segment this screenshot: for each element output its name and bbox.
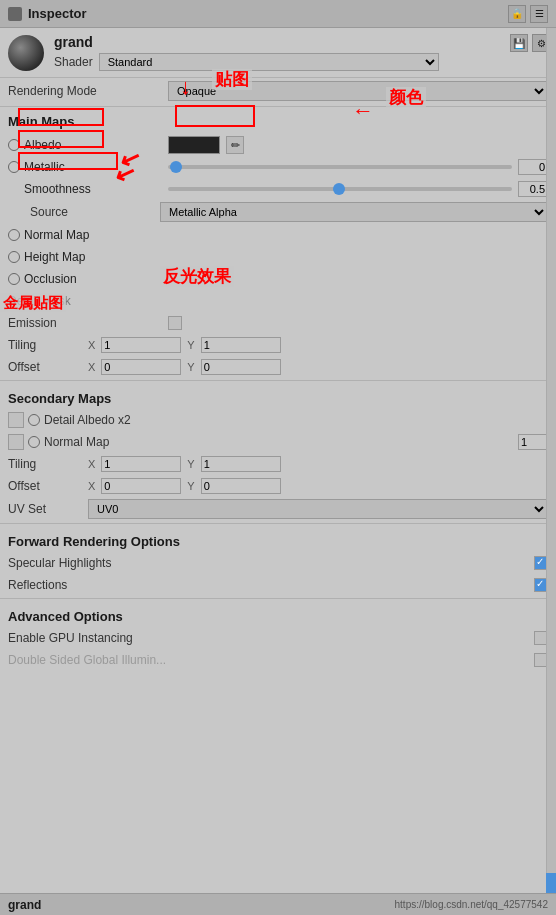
metallic-slider-area: 0 bbox=[168, 159, 548, 175]
emission-label: Emission bbox=[8, 316, 168, 330]
main-tiling-y-label: Y bbox=[187, 339, 194, 351]
secondary-tiling-row: Tiling X 1 Y 1 bbox=[0, 453, 556, 475]
albedo-color-swatch[interactable] bbox=[168, 136, 220, 154]
header-icons: 💾 ⚙ bbox=[510, 34, 550, 52]
lock-icon[interactable]: 🔒 bbox=[508, 5, 526, 23]
metallic-label-area: Metallic bbox=[8, 160, 168, 174]
object-info: grand Shader Standard bbox=[54, 34, 439, 71]
uvset-label: UV Set bbox=[8, 502, 88, 516]
gpu-instancing-label: Enable GPU Instancing bbox=[8, 631, 534, 645]
albedo-label-area: Albedo bbox=[8, 138, 168, 152]
metallic-value-input[interactable]: 0 bbox=[518, 159, 548, 175]
secondary-tiling-x-input[interactable]: 1 bbox=[101, 456, 181, 472]
main-offset-xy: X 0 Y 0 bbox=[88, 359, 548, 375]
scrollbar-thumb[interactable] bbox=[546, 873, 556, 893]
secondary-normal-checkbox[interactable] bbox=[8, 434, 24, 450]
bottom-name: grand bbox=[8, 898, 41, 912]
main-offset-y-input[interactable]: 0 bbox=[201, 359, 281, 375]
specular-highlights-row: Specular Highlights bbox=[0, 552, 556, 574]
detail-mask-label: Detail Mask bbox=[8, 294, 168, 308]
main-tiling-x-label: X bbox=[88, 339, 95, 351]
source-label: Source bbox=[30, 205, 160, 219]
main-offset-row: Offset X 0 Y 0 bbox=[0, 356, 556, 378]
bottom-bar: grand https://blog.csdn.net/qq_42577542 bbox=[0, 893, 556, 915]
secondary-normal-value-input[interactable]: 1 bbox=[518, 434, 548, 450]
smoothness-label-area: Smoothness bbox=[8, 182, 168, 196]
rendering-mode-value: Opaque bbox=[168, 81, 548, 101]
albedo-pencil-btn[interactable]: ✏ bbox=[226, 136, 244, 154]
menu-icon[interactable]: ☰ bbox=[530, 5, 548, 23]
inspector-icon bbox=[8, 7, 22, 21]
bottom-url: https://blog.csdn.net/qq_42577542 bbox=[395, 899, 548, 910]
occlusion-circle-icon bbox=[8, 273, 20, 285]
albedo-row: Albedo ✏ bbox=[0, 134, 556, 156]
secondary-tiling-y-input[interactable]: 1 bbox=[201, 456, 281, 472]
detail-albedo-circle-icon bbox=[28, 414, 40, 426]
occlusion-row: Occlusion bbox=[0, 268, 556, 290]
reflections-label: Reflections bbox=[8, 578, 534, 592]
albedo-label: Albedo bbox=[24, 138, 61, 152]
metallic-row: Metallic 0 bbox=[0, 156, 556, 178]
main-offset-x-input[interactable]: 0 bbox=[101, 359, 181, 375]
albedo-value-area: ✏ bbox=[168, 136, 548, 154]
secondary-maps-header: Secondary Maps bbox=[0, 383, 556, 409]
main-offset-y-label: Y bbox=[187, 361, 194, 373]
shader-row: Shader Standard bbox=[54, 53, 439, 71]
secondary-offset-xy: X 0 Y 0 bbox=[88, 478, 548, 494]
emission-row: Emission bbox=[0, 312, 556, 334]
secondary-offset-y-input[interactable]: 0 bbox=[201, 478, 281, 494]
shader-label: Shader bbox=[54, 55, 93, 69]
normal-map-circle-icon bbox=[8, 229, 20, 241]
detail-albedo-checkbox[interactable] bbox=[8, 412, 24, 428]
normal-map-label-area: Normal Map bbox=[8, 228, 168, 242]
normal-map-label: Normal Map bbox=[24, 228, 89, 242]
main-tiling-x-input[interactable]: 1 bbox=[101, 337, 181, 353]
main-tiling-row: Tiling X 1 Y 1 bbox=[0, 334, 556, 356]
secondary-offset-row: Offset X 0 Y 0 bbox=[0, 475, 556, 497]
scrollbar[interactable] bbox=[546, 28, 556, 893]
smoothness-value-input[interactable]: 0.5 bbox=[518, 181, 548, 197]
save-icon[interactable]: 💾 bbox=[510, 34, 528, 52]
object-name: grand bbox=[54, 34, 439, 50]
object-preview bbox=[8, 35, 44, 71]
smoothness-slider-thumb[interactable] bbox=[333, 183, 345, 195]
main-offset-x-label: X bbox=[88, 361, 95, 373]
smoothness-slider-track bbox=[168, 187, 512, 191]
albedo-circle-icon bbox=[8, 139, 20, 151]
divider-1 bbox=[0, 106, 556, 107]
detail-albedo-row: Detail Albedo x2 bbox=[0, 409, 556, 431]
metallic-label: Metallic bbox=[24, 160, 65, 174]
height-map-row: Height Map bbox=[0, 246, 556, 268]
occlusion-label-area: Occlusion bbox=[8, 272, 168, 286]
metallic-circle-icon bbox=[8, 161, 20, 173]
rendering-mode-label: Rendering Mode bbox=[8, 84, 168, 98]
metallic-slider-track bbox=[168, 165, 512, 169]
title-bar-text: Inspector bbox=[28, 6, 87, 21]
main-maps-header: Main Maps bbox=[0, 109, 556, 134]
double-sided-row: Double Sided Global Illumin... bbox=[0, 649, 556, 671]
height-map-label: Height Map bbox=[24, 250, 85, 264]
gpu-instancing-row: Enable GPU Instancing bbox=[0, 627, 556, 649]
divider-4 bbox=[0, 598, 556, 599]
uvset-select[interactable]: UV0 bbox=[88, 499, 548, 519]
source-select[interactable]: Metallic Alpha bbox=[160, 202, 548, 222]
emission-checkbox[interactable] bbox=[168, 316, 182, 330]
divider-2 bbox=[0, 380, 556, 381]
main-offset-label: Offset bbox=[8, 360, 88, 374]
main-tiling-y-input[interactable]: 1 bbox=[201, 337, 281, 353]
secondary-tiling-xy: X 1 Y 1 bbox=[88, 456, 548, 472]
smoothness-row: Smoothness 0.5 bbox=[0, 178, 556, 200]
smoothness-slider-area: 0.5 bbox=[168, 181, 548, 197]
reflections-row: Reflections bbox=[0, 574, 556, 596]
shader-select[interactable]: Standard bbox=[99, 53, 439, 71]
secondary-offset-x-input[interactable]: 0 bbox=[101, 478, 181, 494]
secondary-offset-label: Offset bbox=[8, 479, 88, 493]
secondary-tiling-label: Tiling bbox=[8, 457, 88, 471]
rendering-mode-select[interactable]: Opaque bbox=[168, 81, 548, 101]
height-map-circle-icon bbox=[8, 251, 20, 263]
secondary-normal-circle-icon bbox=[28, 436, 40, 448]
metallic-slider-thumb[interactable] bbox=[170, 161, 182, 173]
title-bar: Inspector 🔒 ☰ bbox=[0, 0, 556, 28]
main-tiling-label: Tiling bbox=[8, 338, 88, 352]
secondary-normal-label: Normal Map bbox=[44, 435, 109, 449]
